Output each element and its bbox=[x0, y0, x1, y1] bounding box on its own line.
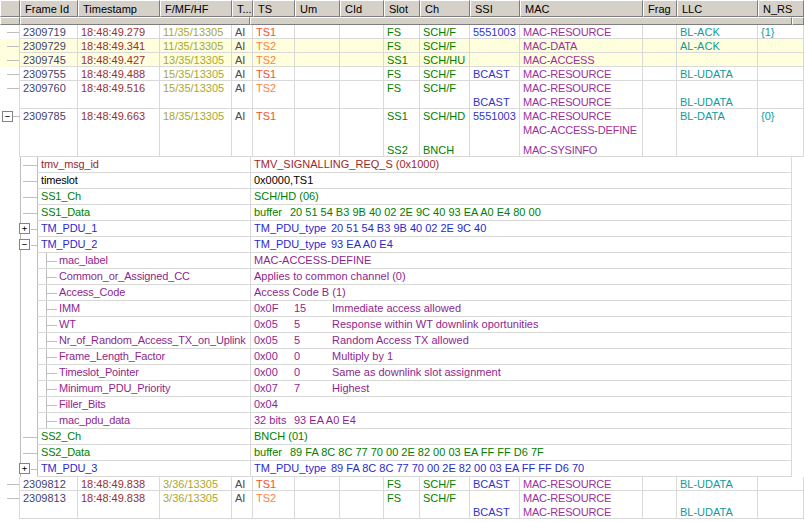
tree-row[interactable]: −TM_PDU_2TM_PDU_type93 EA A0 E4 bbox=[0, 237, 804, 253]
tree-row[interactable]: WT0x055Response within WT downlink oport… bbox=[0, 317, 804, 333]
frame-row[interactable]: 230974518:48:49.42713/35/13305AITS2SS1SC… bbox=[0, 53, 804, 67]
frame-row[interactable]: 230975518:48:49.48815/35/13305AITS1FSSCH… bbox=[0, 67, 804, 81]
cell-mac: MAC-RESOURCE bbox=[520, 67, 643, 81]
column-header-f_mf_hf[interactable]: F/MF/HF bbox=[160, 0, 232, 17]
cell-frame_id: 2309813 bbox=[20, 491, 78, 519]
column-header-um[interactable]: Um bbox=[295, 0, 340, 17]
column-header-ssi[interactable]: SSI bbox=[470, 0, 520, 17]
tree-row[interactable]: SS2_Databuffer89 FA 8C 8C 77 70 00 2E 82… bbox=[0, 445, 804, 461]
cell-um bbox=[295, 491, 340, 519]
field-value: TM_PDU_type89 FA 8C 8C 77 70 00 2E 82 00… bbox=[250, 461, 792, 477]
cell-frag bbox=[643, 491, 677, 519]
column-header-gutter[interactable] bbox=[0, 0, 20, 17]
cell-timestamp: 18:48:49.516 bbox=[78, 81, 160, 109]
tree-row[interactable]: Common_or_Assigned_CCApplies to common c… bbox=[0, 269, 804, 285]
tree-rail bbox=[20, 285, 21, 301]
tree-row[interactable]: SS1_Databuffer20 51 54 B3 9B 40 02 2E 9C… bbox=[0, 205, 804, 221]
tree-rail bbox=[20, 381, 21, 397]
expand-icon[interactable]: + bbox=[19, 223, 30, 234]
tree-line-icon bbox=[7, 498, 19, 499]
field-name: SS2_Data bbox=[37, 445, 250, 461]
cell-slot: FS bbox=[384, 477, 420, 491]
tree-row[interactable]: +TM_PDU_3TM_PDU_type89 FA 8C 8C 77 70 00… bbox=[0, 461, 804, 477]
collapse-icon[interactable]: − bbox=[19, 239, 30, 250]
field-value: 0x055Random Access TX allowed bbox=[250, 333, 792, 349]
tree-rail bbox=[20, 397, 21, 413]
frame-row[interactable]: 230972918:48:49.34111/35/13305AITS2FSSCH… bbox=[0, 39, 804, 53]
cell-timestamp: 18:48:49.341 bbox=[78, 39, 160, 53]
frame-row[interactable]: 230976018:48:49.51615/35/13305AITS2FSSCH… bbox=[0, 81, 804, 109]
column-header-mac[interactable]: MAC bbox=[520, 0, 643, 17]
column-header-ts[interactable]: TS bbox=[253, 0, 295, 17]
cell-llc: AL-ACK bbox=[677, 39, 758, 53]
tree-row[interactable]: SS2_ChBNCH (01) bbox=[0, 429, 804, 445]
cell-ch: SCH/F bbox=[420, 477, 470, 491]
cell-ssi: BCAST bbox=[470, 81, 520, 109]
tree-row[interactable]: timeslot0x0000,TS1 bbox=[0, 173, 804, 189]
field-name: WT bbox=[37, 317, 250, 333]
cell-t: AI bbox=[232, 491, 253, 519]
field-value: MAC-ACCESS-DEFINE bbox=[250, 253, 792, 269]
tree-row[interactable]: IMM0x0F15Immediate access allowed bbox=[0, 301, 804, 317]
cell-f_mf_hf: 13/35/13305 bbox=[160, 53, 232, 67]
column-header-row: Frame IdTimestampF/MF/HFT...TSUmCIdSlotC… bbox=[0, 0, 804, 17]
field-name: Frame_Length_Factor bbox=[37, 349, 250, 365]
cell-timestamp: 18:48:49.427 bbox=[78, 53, 160, 67]
field-value: 0x04 bbox=[250, 397, 792, 413]
tree-row[interactable]: Minimum_PDU_Priority0x077Highest bbox=[0, 381, 804, 397]
tree-row[interactable]: Access_CodeAccess Code B (1) bbox=[0, 285, 804, 301]
tree-row[interactable]: Filler_Bits0x04 bbox=[0, 397, 804, 413]
frame-row[interactable]: 230971918:48:49.27911/35/13305AITS1FSSCH… bbox=[0, 25, 804, 39]
frame-row[interactable]: 230981318:48:49.8383/36/13305AITS2FSSCH/… bbox=[0, 491, 804, 519]
tree-row[interactable]: SS1_ChSCH/HD (06) bbox=[0, 189, 804, 205]
subheader-end-cell bbox=[792, 17, 804, 25]
tree-row[interactable]: mac_labelMAC-ACCESS-DEFINE bbox=[0, 253, 804, 269]
tree-rail bbox=[20, 317, 21, 333]
tree-line-icon bbox=[13, 116, 20, 117]
subheader-value-cell bbox=[250, 17, 792, 25]
column-header-ch[interactable]: Ch bbox=[420, 0, 470, 17]
cell-ch: SCH/HU bbox=[420, 53, 470, 67]
field-value: 0x077Highest bbox=[250, 381, 792, 397]
cell-frame_id: 2309812 bbox=[20, 477, 78, 491]
cell-frag bbox=[643, 477, 677, 491]
cell-timestamp: 18:48:49.838 bbox=[78, 491, 160, 519]
cell-frag bbox=[643, 81, 677, 109]
tree-row[interactable]: Timeslot_Pointer0x000Same as downlink sl… bbox=[0, 365, 804, 381]
tree-row[interactable]: Nr_of_Random_Access_TX_on_Uplink0x055Ran… bbox=[0, 333, 804, 349]
cell-ch: SCH/F bbox=[420, 67, 470, 81]
row-gutter bbox=[0, 477, 20, 491]
cell-t: AI bbox=[232, 67, 253, 81]
collapse-icon[interactable]: − bbox=[2, 111, 13, 122]
cell-frag bbox=[643, 25, 677, 39]
frame-row[interactable]: 230981218:48:49.8383/36/13305AITS1FSSCH/… bbox=[0, 477, 804, 491]
column-header-frag[interactable]: Frag bbox=[643, 0, 677, 17]
tree-row[interactable]: mac_pdu_data32 bits93 EA A0 E4 bbox=[0, 413, 804, 429]
column-header-n_rs[interactable]: N_RS bbox=[758, 0, 804, 17]
cell-t: AI bbox=[232, 53, 253, 67]
column-header-slot[interactable]: Slot bbox=[384, 0, 420, 17]
cell-n_rs: {0} bbox=[758, 109, 804, 157]
column-header-frame_id[interactable]: Frame Id bbox=[20, 0, 78, 17]
tree-row[interactable]: Frame_Length_Factor0x000Multiply by 1 bbox=[0, 349, 804, 365]
tree-row[interactable]: +TM_PDU_1TM_PDU_type20 51 54 B3 9B 40 02… bbox=[0, 221, 804, 237]
column-header-t[interactable]: T... bbox=[232, 0, 253, 17]
column-header-cid[interactable]: CId bbox=[340, 0, 384, 17]
cell-um bbox=[295, 25, 340, 39]
frame-row[interactable]: −230978518:48:49.66318/35/13305AITS1SS1S… bbox=[0, 109, 804, 157]
cell-um bbox=[295, 477, 340, 491]
column-header-timestamp[interactable]: Timestamp bbox=[78, 0, 160, 17]
tree-line-icon bbox=[7, 484, 19, 485]
cell-f_mf_hf: 18/35/13305 bbox=[160, 109, 232, 157]
column-header-llc[interactable]: LLC bbox=[677, 0, 758, 17]
cell-mac: MAC-RESOURCEMAC-ACCESS-DEFINEMAC-SYSINFO bbox=[520, 109, 643, 157]
tree-rail bbox=[20, 205, 21, 221]
cell-mac: MAC-RESOURCE bbox=[520, 477, 643, 491]
cell-n_rs bbox=[758, 477, 804, 491]
tree-row[interactable]: tmv_msg_idTMV_SIGNALLING_REQ_S (0x1000) bbox=[0, 157, 804, 173]
cell-cid bbox=[340, 53, 384, 67]
cell-ch: SCH/HDBNCH bbox=[420, 109, 470, 157]
cell-llc: BL-ACK bbox=[677, 25, 758, 39]
expand-icon[interactable]: + bbox=[19, 463, 30, 474]
cell-n_rs bbox=[758, 39, 804, 53]
